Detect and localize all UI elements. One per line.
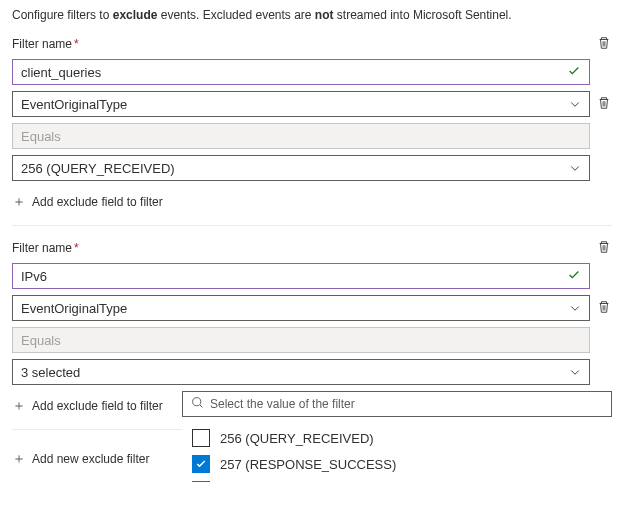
chevron-down-icon [569, 302, 581, 314]
value-select[interactable]: 256 (QUERY_RECEIVED) [12, 155, 590, 181]
add-field-button[interactable]: ＋ Add exclude field to filter [12, 187, 163, 217]
plus-icon: ＋ [12, 397, 26, 415]
delete-row-icon[interactable] [597, 300, 611, 317]
chevron-down-icon [569, 98, 581, 110]
delete-filter-icon[interactable] [597, 240, 611, 257]
operator-select: Equals [12, 327, 590, 353]
add-filter-button[interactable]: ＋ Add new exclude filter [12, 444, 149, 474]
filter-name-input[interactable]: IPv6 [12, 263, 590, 289]
dropdown-search-input[interactable]: Select the value of the filter [182, 391, 612, 417]
add-field-button[interactable]: ＋ Add exclude field to filter [12, 391, 163, 421]
filter-name-input[interactable]: client_queries [12, 59, 590, 85]
dropdown-option-label: 257 (RESPONSE_SUCCESS) [220, 457, 396, 472]
delete-filter-icon[interactable] [597, 36, 611, 53]
dropdown-option[interactable]: 258 (RESPONSE_FAILURE) [188, 477, 612, 482]
field-select[interactable]: EventOriginalType [12, 91, 590, 117]
dropdown-option[interactable]: 256 (QUERY_RECEIVED) [188, 425, 612, 451]
dropdown-option[interactable]: 257 (RESPONSE_SUCCESS) [188, 451, 612, 477]
checkbox-icon [192, 455, 210, 473]
checkbox-icon [192, 429, 210, 447]
value-select[interactable]: 3 selected [12, 359, 590, 385]
check-icon [567, 64, 581, 81]
dropdown-option-list: 256 (QUERY_RECEIVED)257 (RESPONSE_SUCCES… [182, 417, 612, 482]
value-dropdown-panel: Select the value of the filter 256 (QUER… [182, 391, 612, 482]
filter-name-label: Filter name* [12, 37, 590, 51]
check-icon [567, 268, 581, 285]
chevron-down-icon [569, 162, 581, 174]
dropdown-search-placeholder: Select the value of the filter [210, 397, 355, 411]
delete-row-icon[interactable] [597, 96, 611, 113]
page-description: Configure filters to exclude events. Exc… [12, 8, 612, 22]
bottom-zone: ＋ Add exclude field to filter ＋ Add new … [12, 391, 612, 474]
plus-icon: ＋ [12, 450, 26, 468]
dropdown-option-label: 256 (QUERY_RECEIVED) [220, 431, 374, 446]
search-icon [191, 396, 204, 412]
operator-select: Equals [12, 123, 590, 149]
divider [12, 225, 612, 226]
filter-block-2: Filter name* IPv6 EventOriginalType [12, 240, 612, 385]
svg-point-0 [193, 398, 201, 406]
checkbox-icon [192, 481, 210, 482]
plus-icon: ＋ [12, 193, 26, 211]
chevron-down-icon [569, 366, 581, 378]
field-select[interactable]: EventOriginalType [12, 295, 590, 321]
filter-name-label: Filter name* [12, 241, 590, 255]
filter-block-1: Filter name* client_queries EventOrigina… [12, 36, 612, 217]
